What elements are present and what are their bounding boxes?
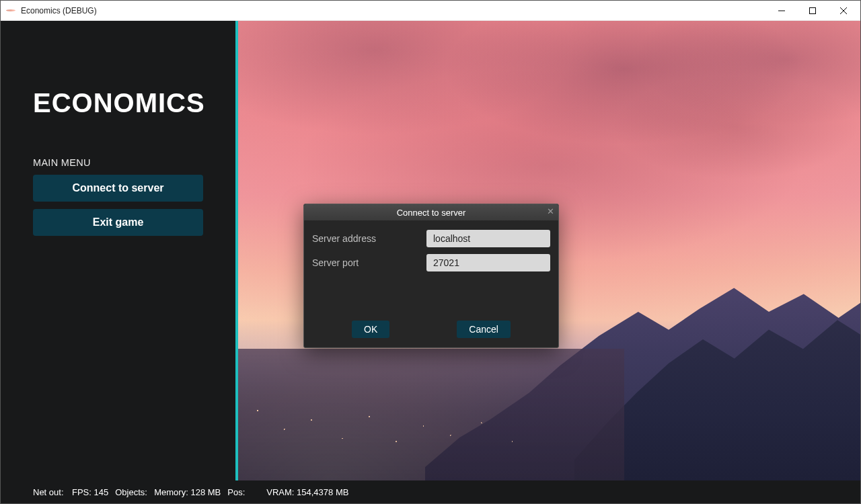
- dialog-body: Server address Server port: [304, 220, 558, 314]
- port-row: Server port: [312, 254, 550, 271]
- app-body: ECONOMICS MAIN MENU Connect to server Ex…: [1, 21, 860, 503]
- minimize-button[interactable]: [766, 1, 797, 21]
- window-title: Economics (DEBUG): [21, 6, 97, 15]
- server-address-label: Server address: [312, 233, 426, 244]
- close-icon[interactable]: ✕: [547, 207, 554, 216]
- close-button[interactable]: [828, 1, 859, 21]
- main-menu-label: MAIN MENU: [33, 157, 203, 168]
- pos-label: Pos:: [227, 487, 245, 497]
- netout-label: Net out:: [33, 487, 65, 497]
- titlebar-left: Economics (DEBUG): [6, 6, 97, 15]
- svg-rect-0: [810, 7, 816, 13]
- window-controls: [766, 1, 859, 21]
- exit-game-button[interactable]: Exit game: [33, 209, 203, 236]
- connect-dialog: Connect to server ✕ Server address Serve…: [303, 204, 559, 348]
- objects-label: Objects:: [115, 487, 147, 497]
- cancel-button[interactable]: Cancel: [457, 321, 511, 338]
- server-port-input[interactable]: [426, 254, 550, 271]
- window-frame: Economics (DEBUG) ECONOMICS MAIN MENU Co…: [0, 0, 861, 504]
- titlebar[interactable]: Economics (DEBUG): [1, 1, 860, 21]
- server-address-input[interactable]: [426, 230, 550, 247]
- dialog-header[interactable]: Connect to server ✕: [304, 204, 558, 220]
- connect-to-server-button[interactable]: Connect to server: [33, 175, 203, 202]
- dialog-title: Connect to server: [397, 208, 466, 218]
- sidebar: ECONOMICS MAIN MENU Connect to server Ex…: [1, 21, 235, 503]
- app-icon: [6, 8, 15, 13]
- dialog-footer: OK Cancel: [304, 314, 558, 347]
- address-row: Server address: [312, 230, 550, 247]
- status-bar: Net out: FPS: 145 Objects: Memory: 128 M…: [1, 480, 860, 503]
- maximize-button[interactable]: [797, 1, 828, 21]
- game-title: ECONOMICS: [33, 88, 203, 118]
- memory-stat: Memory: 128 MB: [154, 487, 221, 497]
- fps-stat: FPS: 145: [72, 487, 108, 497]
- vram-stat: VRAM: 154,4378 MB: [266, 487, 348, 497]
- ok-button[interactable]: OK: [352, 321, 389, 338]
- server-port-label: Server port: [312, 257, 426, 268]
